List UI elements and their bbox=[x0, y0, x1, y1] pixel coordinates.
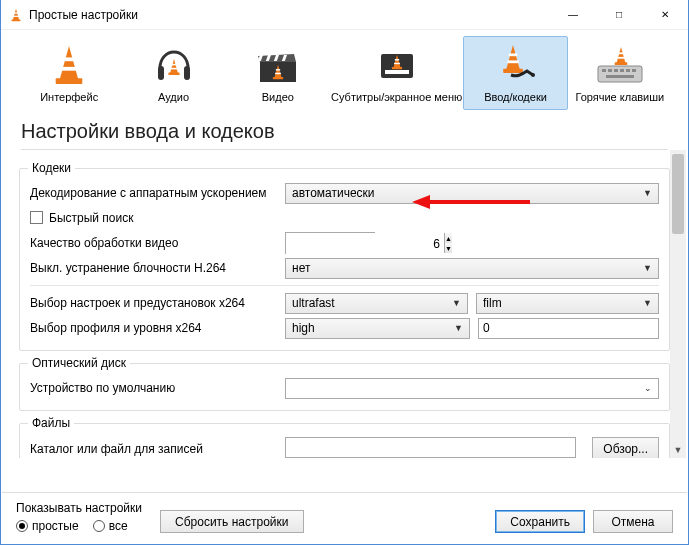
headphones-icon bbox=[122, 41, 224, 89]
category-label: Субтитры/экранное меню bbox=[331, 91, 462, 103]
hwdec-label: Декодирование с аппаратным ускорением bbox=[30, 186, 285, 200]
x264preset-combo[interactable]: ultrafast ▼ bbox=[285, 293, 468, 314]
x264profile-value: high bbox=[292, 321, 315, 335]
deblock-combo[interactable]: нет ▼ bbox=[285, 258, 659, 279]
clapboard-icon bbox=[227, 41, 329, 89]
deblock-label: Выкл. устранение блочности H.264 bbox=[30, 261, 285, 275]
browse-button[interactable]: Обзор... bbox=[592, 437, 659, 458]
app-icon bbox=[9, 8, 23, 22]
slate-icon bbox=[331, 41, 462, 89]
x264tune-combo[interactable]: film ▼ bbox=[476, 293, 659, 314]
svg-rect-17 bbox=[608, 69, 612, 72]
svg-rect-18 bbox=[614, 69, 618, 72]
checkbox-icon bbox=[30, 211, 43, 224]
fastseek-label: Быстрый поиск bbox=[49, 211, 133, 225]
spin-down-icon[interactable]: ▼ bbox=[445, 243, 452, 253]
deblock-value: нет bbox=[292, 261, 310, 275]
recdir-label: Каталог или файл для записей bbox=[30, 442, 285, 456]
svg-rect-13 bbox=[385, 70, 409, 74]
x264preset-label: Выбор настроек и предустановок х264 bbox=[30, 296, 285, 310]
chevron-down-icon: ▼ bbox=[643, 188, 652, 198]
maximize-button[interactable]: □ bbox=[596, 0, 642, 29]
chevron-down-icon: ⌄ bbox=[644, 383, 652, 393]
chevron-down-icon: ▼ bbox=[452, 298, 461, 308]
category-interface[interactable]: Интерфейс bbox=[17, 36, 121, 110]
x264profile-label: Выбор профиля и уровня х264 bbox=[30, 321, 285, 335]
spin-up-icon[interactable]: ▲ bbox=[445, 233, 452, 243]
category-input-codecs[interactable]: Ввод/кодеки bbox=[463, 36, 567, 110]
svg-rect-20 bbox=[626, 69, 630, 72]
device-label: Устройство по умолчанию bbox=[30, 381, 285, 395]
svg-rect-15 bbox=[598, 66, 642, 82]
scrollbar-thumb[interactable] bbox=[672, 154, 684, 234]
category-video[interactable]: Видео bbox=[226, 36, 330, 110]
x264profile-combo[interactable]: high ▼ bbox=[285, 318, 470, 339]
category-label: Аудио bbox=[122, 91, 224, 103]
group-legend: Оптический диск bbox=[28, 356, 130, 370]
bottom-bar: Показывать настройки простые все Сбросит… bbox=[2, 492, 687, 543]
category-label: Горячие клавиши bbox=[569, 91, 671, 103]
radio-icon bbox=[16, 520, 28, 532]
svg-rect-22 bbox=[606, 75, 634, 78]
radio-all[interactable]: все bbox=[93, 519, 128, 533]
chevron-down-icon: ▼ bbox=[643, 263, 652, 273]
category-audio[interactable]: Аудио bbox=[121, 36, 225, 110]
hwdec-combo[interactable]: автоматически ▼ bbox=[285, 183, 659, 204]
videoquality-input[interactable] bbox=[286, 233, 444, 254]
save-button[interactable]: Сохранить bbox=[495, 510, 585, 533]
reset-button[interactable]: Сбросить настройки bbox=[160, 510, 303, 533]
group-legend: Файлы bbox=[28, 416, 74, 430]
radio-icon bbox=[93, 520, 105, 532]
videoquality-spin[interactable]: ▲▼ bbox=[285, 232, 375, 254]
radio-simple[interactable]: простые bbox=[16, 519, 79, 533]
category-subtitles[interactable]: Субтитры/экранное меню bbox=[330, 36, 463, 110]
svg-rect-4 bbox=[158, 66, 164, 80]
x264level-input[interactable] bbox=[478, 318, 659, 339]
chevron-down-icon: ▼ bbox=[454, 323, 463, 333]
separator bbox=[30, 285, 659, 286]
svg-point-14 bbox=[531, 73, 535, 77]
fastseek-checkbox[interactable]: Быстрый поиск bbox=[30, 211, 133, 225]
chevron-down-icon: ▼ bbox=[643, 298, 652, 308]
close-button[interactable]: ✕ bbox=[642, 0, 688, 29]
minimize-button[interactable]: — bbox=[550, 0, 596, 29]
vertical-scrollbar[interactable]: ▼ bbox=[670, 150, 686, 458]
group-codecs: Кодеки Декодирование с аппаратным ускоре… bbox=[19, 168, 670, 351]
settings-panel: Кодеки Декодирование с аппаратным ускоре… bbox=[1, 150, 688, 458]
scroll-down-icon[interactable]: ▼ bbox=[670, 442, 686, 458]
keyboard-icon bbox=[569, 41, 671, 89]
show-settings-label: Показывать настройки bbox=[16, 501, 142, 515]
window-title: Простые настройки bbox=[29, 8, 550, 22]
hwdec-value: автоматически bbox=[292, 186, 375, 200]
category-label: Интерфейс bbox=[18, 91, 120, 103]
x264preset-value: ultrafast bbox=[292, 296, 335, 310]
category-bar: Интерфейс Аудио Видео Субтитры/экранное … bbox=[1, 30, 688, 110]
x264tune-value: film bbox=[483, 296, 502, 310]
svg-rect-19 bbox=[620, 69, 624, 72]
svg-rect-21 bbox=[632, 69, 636, 72]
category-label: Видео bbox=[227, 91, 329, 103]
cone-icon bbox=[18, 41, 120, 89]
group-files: Файлы Каталог или файл для записей Обзор… bbox=[19, 423, 670, 458]
page-title: Настройки ввода и кодеков bbox=[1, 110, 688, 149]
svg-rect-5 bbox=[184, 66, 190, 80]
cancel-button[interactable]: Отмена bbox=[593, 510, 673, 533]
titlebar: Простые настройки — □ ✕ bbox=[1, 0, 688, 30]
category-hotkeys[interactable]: Горячие клавиши bbox=[568, 36, 672, 110]
group-legend: Кодеки bbox=[28, 161, 75, 175]
device-combo[interactable]: ⌄ bbox=[285, 378, 659, 399]
plug-cone-icon bbox=[464, 41, 566, 89]
recdir-input[interactable] bbox=[285, 437, 576, 458]
group-optical: Оптический диск Устройство по умолчанию … bbox=[19, 363, 670, 411]
videoquality-label: Качество обработки видео bbox=[30, 236, 285, 250]
category-label: Ввод/кодеки bbox=[464, 91, 566, 103]
svg-rect-16 bbox=[602, 69, 606, 72]
